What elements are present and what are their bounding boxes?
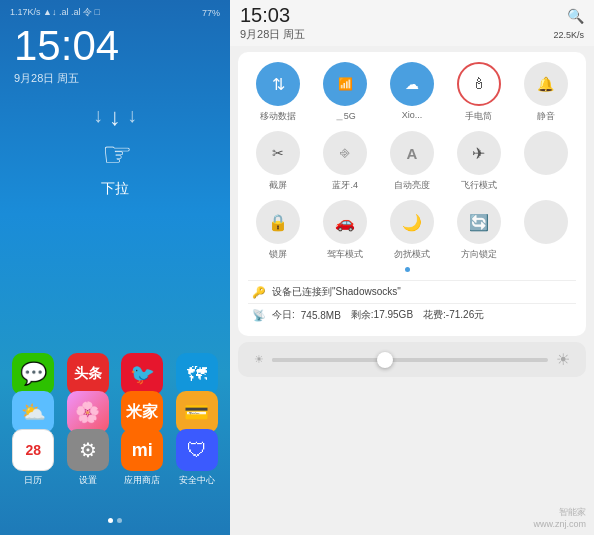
mute-icon: 🔔 bbox=[524, 62, 568, 106]
weather-icon: ⛅ bbox=[12, 391, 54, 433]
brightness-bar: ☀ ☀ bbox=[238, 342, 586, 377]
empty-icon-3 bbox=[524, 200, 568, 244]
auto-brightness-icon: A bbox=[390, 131, 434, 175]
settings-icon: ⚙ bbox=[67, 429, 109, 471]
lockscreen-label: 锁屏 bbox=[269, 248, 287, 261]
appstore-icon: mi bbox=[121, 429, 163, 471]
mobile-data-label: 移动数据 bbox=[260, 110, 296, 123]
brightness-max-icon: ☀ bbox=[556, 350, 570, 369]
toggle-row-2: ✂ 截屏 ⎆ 蓝牙.4 A 自动亮度 ✈ 飞行模式 bbox=[248, 131, 576, 192]
toggle-flashlight[interactable]: 🕯 手电筒 bbox=[448, 62, 509, 123]
rotation-label: 方向锁定 bbox=[461, 248, 497, 261]
left-signal-text: 1.17K/s ▲↓ .al .al 令 □ bbox=[10, 6, 100, 19]
data-icon: 📡 bbox=[252, 309, 266, 322]
flashlight-icon: 🕯 bbox=[457, 62, 501, 106]
security-label: 安全中心 bbox=[179, 474, 215, 487]
toggle-empty-3 bbox=[515, 200, 576, 261]
app-calendar[interactable]: 28 日历 bbox=[8, 429, 59, 487]
weibo-icon: 🐦 bbox=[121, 353, 163, 395]
mute-label: 静音 bbox=[537, 110, 555, 123]
brightness-track[interactable] bbox=[272, 358, 548, 362]
watermark: 智能家 www.znj.com bbox=[533, 506, 586, 529]
album-icon: 🌸 bbox=[67, 391, 109, 433]
appstore-label: 应用商店 bbox=[124, 474, 160, 487]
right-status-bar: 15:03 🔍 9月28日 周五 22.5K/s bbox=[230, 0, 594, 46]
left-page-dots bbox=[0, 518, 230, 523]
rotation-icon: 🔄 bbox=[457, 200, 501, 244]
vpn-info-row: 🔑 设备已连接到"Shadowsocks" bbox=[248, 280, 576, 303]
panel-dot-inactive bbox=[414, 267, 419, 272]
brightness-thumb[interactable] bbox=[377, 352, 393, 368]
dot-active bbox=[108, 518, 113, 523]
toggle-airplane[interactable]: ✈ 飞行模式 bbox=[448, 131, 509, 192]
toggle-mute[interactable]: 🔔 静音 bbox=[515, 62, 576, 123]
hotspot-icon: ☁ bbox=[390, 62, 434, 106]
5g-label: ＿5G bbox=[335, 110, 356, 123]
bluetooth-icon: ⎆ bbox=[323, 131, 367, 175]
watermark-brand: 智能家 bbox=[533, 506, 586, 519]
pull-down-label: 下拉 bbox=[101, 180, 129, 198]
toggle-row-1: ⇅ 移动数据 📶 ＿5G ☁ Xio... 🕯 手电筒 🔔 静音 bbox=[248, 62, 576, 123]
vpn-text: 设备已连接到"Shadowsocks" bbox=[272, 285, 401, 299]
right-time: 15:03 bbox=[240, 4, 290, 27]
screenshot-label: 截屏 bbox=[269, 179, 287, 192]
app-appstore[interactable]: mi 应用商店 bbox=[117, 429, 168, 487]
toggle-mobile-data[interactable]: ⇅ 移动数据 bbox=[248, 62, 309, 123]
airplane-icon: ✈ bbox=[457, 131, 501, 175]
data-used: 745.8MB bbox=[301, 310, 341, 321]
toggle-bluetooth[interactable]: ⎆ 蓝牙.4 bbox=[315, 131, 376, 192]
dnd-icon: 🌙 bbox=[390, 200, 434, 244]
toggle-driving[interactable]: 🚗 驾车模式 bbox=[315, 200, 376, 261]
app-row-3: 28 日历 ⚙ 设置 mi 应用商店 🛡 安全中心 bbox=[0, 429, 230, 487]
search-icon[interactable]: 🔍 bbox=[567, 8, 584, 24]
security-icon: 🛡 bbox=[176, 429, 218, 471]
flashlight-label: 手电筒 bbox=[465, 110, 492, 123]
left-battery: 77% bbox=[202, 8, 220, 18]
toutiao-icon: 头条 bbox=[67, 353, 109, 395]
toggle-5g[interactable]: 📶 ＿5G bbox=[315, 62, 376, 123]
auto-brightness-label: 自动亮度 bbox=[394, 179, 430, 192]
toggle-empty-2 bbox=[515, 131, 576, 192]
dot-inactive bbox=[117, 518, 122, 523]
calendar-label: 日历 bbox=[24, 474, 42, 487]
app-security[interactable]: 🛡 安全中心 bbox=[172, 429, 223, 487]
brightness-min-icon: ☀ bbox=[254, 353, 264, 366]
right-status-icons: 22.5K/s bbox=[553, 30, 584, 40]
left-panel: 1.17K/s ▲↓ .al .al 令 □ 77% 15:04 9月28日 周… bbox=[0, 0, 230, 535]
data-remaining: 剩余:17.95GB bbox=[351, 308, 413, 322]
toggle-rotation[interactable]: 🔄 方向锁定 bbox=[448, 200, 509, 261]
hotspot-label: Xio... bbox=[402, 110, 423, 120]
left-status-bar: 1.17K/s ▲↓ .al .al 令 □ 77% bbox=[0, 0, 230, 21]
swipe-down-hint: ↓ ↓ ↓ ☞ 下拉 bbox=[0, 106, 230, 198]
toggle-lockscreen[interactable]: 🔒 锁屏 bbox=[248, 200, 309, 261]
toggle-auto-brightness[interactable]: A 自动亮度 bbox=[382, 131, 443, 192]
arrow-down-icon: ↓ ↓ ↓ bbox=[93, 106, 137, 128]
airplane-label: 飞行模式 bbox=[461, 179, 497, 192]
5g-icon: 📶 bbox=[323, 62, 367, 106]
driving-icon: 🚗 bbox=[323, 200, 367, 244]
mobile-data-icon: ⇅ bbox=[256, 62, 300, 106]
dnd-label: 勿扰模式 bbox=[394, 248, 430, 261]
calendar-icon: 28 bbox=[12, 429, 54, 471]
right-panel: 15:03 🔍 9月28日 周五 22.5K/s ⇅ 移动数据 📶 ＿5G ☁ … bbox=[230, 0, 594, 535]
amap-icon: 🗺 bbox=[176, 353, 218, 395]
toggle-dnd[interactable]: 🌙 勿扰模式 bbox=[382, 200, 443, 261]
toggle-screenshot[interactable]: ✂ 截屏 bbox=[248, 131, 309, 192]
bluetooth-label: 蓝牙.4 bbox=[332, 179, 358, 192]
toggle-row-3: 🔒 锁屏 🚗 驾车模式 🌙 勿扰模式 🔄 方向锁定 bbox=[248, 200, 576, 261]
mijia-icon: 米家 bbox=[121, 391, 163, 433]
app-settings[interactable]: ⚙ 设置 bbox=[63, 429, 114, 487]
wallet-icon: 💳 bbox=[176, 391, 218, 433]
wechat-icon: 💬 bbox=[12, 353, 54, 395]
toggle-hotspot[interactable]: ☁ Xio... bbox=[382, 62, 443, 123]
left-time: 15:04 bbox=[0, 21, 230, 71]
data-usage-row: 📡 今日: 745.8MB 剩余:17.95GB 花费:-71.26元 bbox=[248, 303, 576, 326]
fee-text: 花费:-71.26元 bbox=[423, 308, 484, 322]
left-date: 9月28日 周五 bbox=[0, 71, 230, 96]
settings-label: 设置 bbox=[79, 474, 97, 487]
lockscreen-icon: 🔒 bbox=[256, 200, 300, 244]
panel-page-dots bbox=[248, 267, 576, 272]
brightness-fill bbox=[272, 358, 382, 362]
notification-panel: ⇅ 移动数据 📶 ＿5G ☁ Xio... 🕯 手电筒 🔔 静音 bbox=[238, 52, 586, 336]
driving-label: 驾车模式 bbox=[327, 248, 363, 261]
